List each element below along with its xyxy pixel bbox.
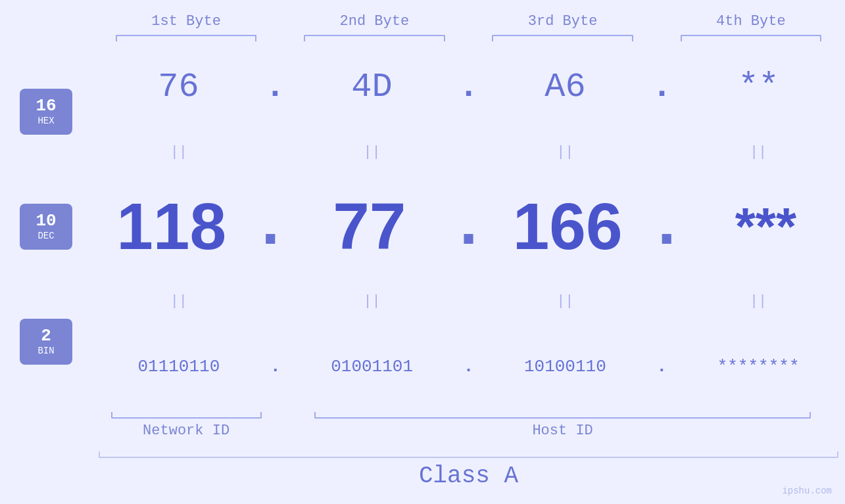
watermark: ipshu.com: [782, 486, 832, 496]
bin-dot-3: .: [652, 357, 671, 377]
badge-hex-label: HEX: [37, 116, 54, 126]
byte-label-3: 3rd Byte: [528, 13, 598, 30]
network-id-section: Network ID: [92, 412, 280, 451]
byte-label-4: 4th Byte: [716, 13, 786, 30]
dec-cell-1: 118: [92, 189, 251, 264]
network-host-labels: Network ID Host ID: [92, 412, 845, 451]
badge-dec-label: DEC: [37, 231, 54, 241]
badge-bin-label: BIN: [37, 346, 54, 356]
host-id-section: Host ID: [280, 412, 845, 451]
dec-val-2: 77: [333, 189, 406, 264]
data-rows: 76 . 4D . A6 . ** || ||: [92, 41, 845, 412]
bracket-top-4: [681, 35, 822, 41]
hex-dot-1: .: [265, 68, 285, 106]
network-id-label: Network ID: [143, 423, 229, 439]
host-bracket-bottom: [314, 412, 811, 419]
byte-col-4: 4th Byte: [657, 13, 845, 41]
badge-hex: 16 HEX: [20, 89, 72, 135]
hex-val-1: 76: [158, 68, 199, 106]
badge-dec-num: 10: [36, 212, 56, 229]
equals-cell-2b: ||: [285, 293, 459, 309]
hex-cell-3: A6: [479, 68, 652, 106]
hex-dot-3: .: [652, 68, 672, 106]
bin-val-3: 10100110: [524, 357, 606, 377]
class-row: Class A: [92, 451, 845, 491]
hex-val-2: 4D: [351, 68, 392, 106]
badges-col: 16 HEX 10 DEC 2 BIN: [0, 41, 92, 412]
byte-label-2: 2nd Byte: [340, 13, 410, 30]
badge-bin: 2 BIN: [20, 319, 72, 365]
equals-row-1: || || || ||: [92, 142, 845, 162]
hex-dot-2: .: [458, 68, 479, 106]
dec-dot-3: .: [647, 189, 687, 263]
equals-cell-2a: ||: [285, 144, 459, 160]
full-bracket: [99, 451, 838, 458]
bin-val-4: ********: [717, 357, 800, 377]
bin-cell-1: 01110110: [92, 357, 266, 377]
hex-val-3: A6: [544, 68, 585, 106]
equals-cell-3b: ||: [479, 293, 652, 309]
bin-cell-2: 01001101: [285, 357, 459, 377]
equals-cell-1b: ||: [92, 293, 266, 309]
equals-cell-1a: ||: [92, 144, 266, 160]
dec-cell-4: ***: [687, 196, 845, 257]
byte-label-1: 1st Byte: [151, 13, 221, 30]
class-label: Class A: [419, 463, 518, 490]
equals-cell-4a: ||: [671, 144, 845, 160]
dec-dot-2: .: [448, 189, 488, 263]
bin-row: 01110110 . 01001101 . 10100110 . *******…: [92, 344, 845, 390]
hex-val-4: **: [738, 68, 779, 106]
dec-dot-1: .: [251, 189, 290, 263]
bracket-top-3: [492, 35, 633, 41]
byte-headers: 1st Byte 2nd Byte 3rd Byte 4th Byte: [92, 13, 845, 41]
badge-dec: 10 DEC: [20, 204, 72, 250]
dec-cell-2: 77: [290, 189, 448, 264]
badge-bin-num: 2: [41, 327, 51, 344]
dec-cell-3: 166: [489, 189, 647, 264]
bracket-top-1: [116, 35, 257, 41]
bin-val-2: 01001101: [331, 357, 413, 377]
dec-val-4: ***: [735, 196, 796, 257]
dec-val-1: 118: [116, 189, 226, 264]
bin-val-1: 01110110: [137, 357, 220, 377]
hex-row: 76 . 4D . A6 . **: [92, 64, 845, 110]
bin-cell-3: 10100110: [479, 357, 652, 377]
bottom-area: Network ID Host ID Class A: [92, 412, 845, 491]
badge-hex-num: 16: [36, 97, 56, 114]
bin-cell-4: ********: [671, 357, 845, 377]
hex-cell-1: 76: [92, 68, 265, 106]
dec-row: 118 . 77 . 166 . ***: [92, 194, 845, 260]
host-id-label: Host ID: [532, 423, 592, 439]
hex-cell-2: 4D: [285, 68, 458, 106]
equals-cell-4b: ||: [671, 293, 845, 309]
byte-col-1: 1st Byte: [92, 13, 280, 41]
equals-cell-3a: ||: [479, 144, 652, 160]
bin-dot-1: .: [266, 357, 285, 377]
bin-dot-2: .: [459, 357, 479, 377]
byte-col-2: 2nd Byte: [280, 13, 468, 41]
byte-col-3: 3rd Byte: [469, 13, 657, 41]
network-bracket-bottom: [111, 412, 262, 419]
equals-row-2: || || || ||: [92, 292, 845, 311]
main-container: 1st Byte 2nd Byte 3rd Byte 4th Byte 16 H…: [0, 0, 845, 504]
content-area: 16 HEX 10 DEC 2 BIN 76 . 4D: [0, 41, 845, 412]
hex-cell-4: **: [672, 68, 845, 106]
dec-val-3: 166: [513, 189, 623, 264]
bracket-top-2: [304, 35, 445, 41]
